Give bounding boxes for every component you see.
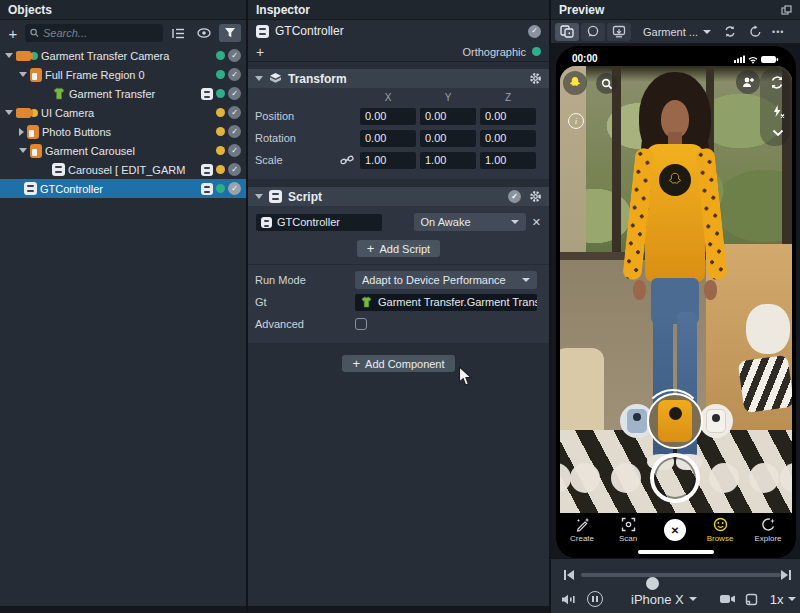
script-icon <box>256 25 269 38</box>
reload-lens-button[interactable] <box>723 25 737 38</box>
collapse-hud-button[interactable] <box>768 126 788 140</box>
chevron-down-icon <box>511 220 519 224</box>
tab-browse[interactable]: Browse <box>698 517 742 543</box>
speed-value: 1x <box>770 592 784 607</box>
preview-controls: iPhone X 1x <box>551 558 800 613</box>
enabled-checkbox[interactable]: ✓ <box>228 144 241 157</box>
lens-circle[interactable] <box>749 463 779 493</box>
enabled-checkbox[interactable]: ✓ <box>228 68 241 81</box>
add-component-plus-button[interactable]: + <box>256 44 264 60</box>
gear-icon[interactable] <box>529 190 542 203</box>
enabled-checkbox[interactable]: ✓ <box>228 106 241 119</box>
add-friend-button[interactable] <box>736 70 760 94</box>
tab-scan[interactable]: Scan <box>606 517 650 543</box>
lens-circle[interactable] <box>570 463 600 493</box>
lens-circle[interactable] <box>709 463 739 493</box>
close-lens-button[interactable]: ✕ <box>664 519 686 541</box>
add-object-button[interactable]: + <box>5 25 21 42</box>
tab-label: Scan <box>619 534 637 543</box>
tree-row-garment-transfer[interactable]: Garment Transfer ✓ <box>0 84 246 103</box>
scrubber-track[interactable] <box>581 573 781 577</box>
scale-z-field[interactable]: 1.00 <box>480 152 536 169</box>
object-search-box[interactable] <box>25 24 163 42</box>
flip-camera-button[interactable] <box>766 72 788 92</box>
filter-button[interactable] <box>219 24 241 42</box>
remove-script-button[interactable]: ✕ <box>532 216 541 229</box>
tree-row-ui-camera[interactable]: UI Camera ✓ <box>0 103 246 122</box>
tab-label: Browse <box>707 534 734 543</box>
search-input[interactable] <box>43 27 158 39</box>
rotation-z-field[interactable]: 0.00 <box>480 130 536 147</box>
previous-frame-button[interactable] <box>563 569 575 581</box>
reset-preview-button[interactable] <box>749 25 762 38</box>
pause-button[interactable] <box>587 591 603 607</box>
position-z-field[interactable]: 0.00 <box>480 108 536 125</box>
snapchat-ghost-button[interactable] <box>563 71 587 95</box>
chevron-down-icon[interactable] <box>5 110 13 115</box>
lens-selector-dropdown[interactable]: Garment ... <box>643 26 711 38</box>
more-options-button[interactable]: ••• <box>772 27 784 37</box>
tree-row-garment-transfer-camera[interactable]: Garment Transfer Camera ✓ <box>0 46 246 65</box>
record-video-button[interactable] <box>719 593 736 605</box>
add-component-button[interactable]: +Add Component <box>342 355 454 372</box>
search-button[interactable] <box>596 73 617 94</box>
lens-circle[interactable] <box>611 463 641 493</box>
gt-object-field[interactable]: Garment Transfer.Garment Trans <box>355 294 537 311</box>
chevron-down-icon[interactable] <box>19 148 27 153</box>
run-mode-dropdown[interactable]: Adapt to Device Performance <box>355 271 537 289</box>
scale-y-field[interactable]: 1.00 <box>420 152 476 169</box>
enabled-checkbox[interactable]: ✓ <box>228 49 241 62</box>
tree-row-gtcontroller[interactable]: GTController ✓ <box>0 179 246 198</box>
script-section-header[interactable]: Script ✓ <box>248 187 549 206</box>
enabled-checkbox[interactable]: ✓ <box>228 182 241 195</box>
next-frame-button[interactable] <box>780 569 792 581</box>
chevron-down-icon[interactable] <box>255 76 263 81</box>
enabled-checkbox[interactable]: ✓ <box>228 87 241 100</box>
transform-section-header[interactable]: Transform <box>248 69 549 88</box>
tab-create[interactable]: Create <box>560 517 604 543</box>
chevron-down-icon[interactable] <box>19 72 27 77</box>
position-x-field[interactable]: 0.00 <box>360 108 416 125</box>
object-enabled-checkbox[interactable]: ✓ <box>528 25 541 38</box>
flash-off-button[interactable] <box>768 102 788 120</box>
script-enabled-checkbox[interactable]: ✓ <box>508 190 521 203</box>
audio-volume-button[interactable] <box>561 593 577 606</box>
tree-row-photo-buttons[interactable]: Photo Buttons ✓ <box>0 122 246 141</box>
visibility-eye-button[interactable] <box>193 24 215 42</box>
device-preview-button[interactable] <box>555 23 579 41</box>
script-asset-field[interactable]: GTController <box>256 214 382 231</box>
enabled-checkbox[interactable]: ✓ <box>228 125 241 138</box>
script-icon <box>24 182 37 195</box>
tree-row-garment-carousel[interactable]: Garment Carousel ✓ <box>0 141 246 160</box>
chevron-right-icon[interactable] <box>19 128 24 136</box>
link-scale-icon[interactable] <box>340 154 354 166</box>
enabled-checkbox[interactable]: ✓ <box>228 163 241 176</box>
playback-speed-dropdown[interactable]: 1x <box>770 592 796 607</box>
status-time: 00:00 <box>572 53 598 64</box>
info-button[interactable]: i <box>568 113 584 129</box>
hierarchy-view-button[interactable] <box>167 24 189 42</box>
tree-row-full-frame-region[interactable]: Full Frame Region 0 ✓ <box>0 65 246 84</box>
gear-icon[interactable] <box>529 72 542 85</box>
garment-option-white[interactable] <box>699 404 733 438</box>
layer-dot <box>216 146 225 155</box>
scale-x-field[interactable]: 1.00 <box>360 152 416 169</box>
chevron-down-icon[interactable] <box>5 53 13 58</box>
webcam-preview-button[interactable] <box>607 23 631 41</box>
position-y-field[interactable]: 0.00 <box>420 108 476 125</box>
capture-button[interactable] <box>650 453 700 503</box>
popout-icon[interactable] <box>781 5 792 15</box>
chevron-down-icon <box>772 129 784 137</box>
add-script-button[interactable]: +Add Script <box>357 240 440 257</box>
script-event-dropdown[interactable]: On Awake <box>414 213 526 231</box>
tab-explore[interactable]: Explore <box>746 517 790 543</box>
device-selector-dropdown[interactable]: iPhone X <box>631 592 697 607</box>
screenshot-button[interactable] <box>745 593 758 606</box>
rotation-y-field[interactable]: 0.00 <box>420 130 476 147</box>
tree-row-carousel-script[interactable]: Carousel [ EDIT_GARM ✓ <box>0 160 246 179</box>
snap-chat-preview-button[interactable] <box>581 23 605 41</box>
advanced-checkbox[interactable] <box>355 318 367 330</box>
rotation-x-field[interactable]: 0.00 <box>360 130 416 147</box>
preview-panel-header: Preview <box>551 0 800 20</box>
chevron-down-icon[interactable] <box>255 194 263 199</box>
